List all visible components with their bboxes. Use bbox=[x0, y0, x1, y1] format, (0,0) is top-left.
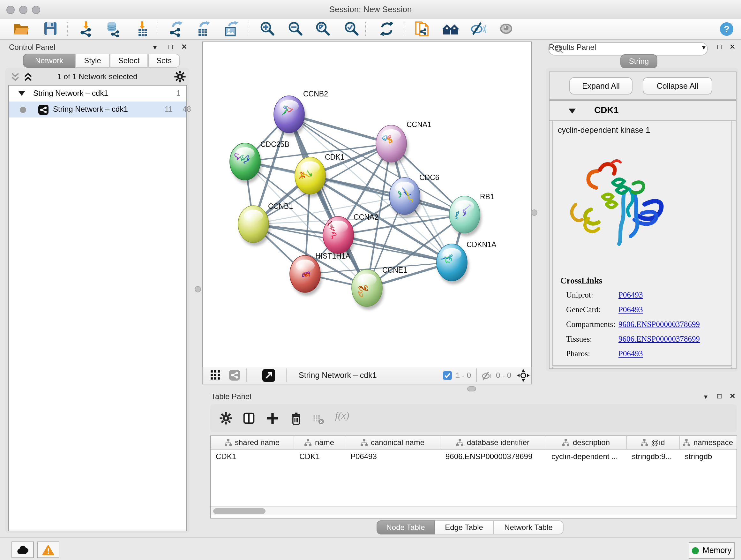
crosslink-label: Pharos: bbox=[566, 349, 590, 359]
edge-CDK1-RB1[interactable] bbox=[310, 176, 465, 214]
network-canvas[interactable]: CCNB2CCNA1CDC25BCDK1CDC6RB1CCNB1CCNA2CDK… bbox=[202, 42, 532, 368]
zoom-selected-button[interactable] bbox=[343, 20, 360, 38]
show-hidden-button[interactable] bbox=[497, 20, 515, 38]
table-cell[interactable]: CDK1 bbox=[299, 452, 343, 461]
crosslink-value-link[interactable]: P06493 bbox=[618, 349, 643, 359]
tab-string-results[interactable]: String bbox=[620, 54, 657, 68]
delete-table-icon bbox=[312, 413, 325, 425]
table-cell[interactable]: stringdb bbox=[685, 452, 735, 461]
delete-column-button[interactable] bbox=[289, 411, 303, 425]
column-header--id[interactable]: @id bbox=[627, 436, 680, 449]
control-panel-float-button[interactable]: □ bbox=[169, 43, 173, 51]
gene-section-header[interactable]: CDK1 bbox=[549, 101, 736, 121]
selected-checkbox[interactable] bbox=[443, 371, 452, 380]
crosslink-value-link[interactable]: P06493 bbox=[618, 305, 643, 315]
warnings-button[interactable] bbox=[37, 542, 59, 558]
open-in-window-button[interactable] bbox=[262, 369, 275, 382]
help-button[interactable]: ? bbox=[718, 20, 735, 38]
node-CCNB2[interactable]: CCNB2 bbox=[274, 90, 328, 136]
new-network-from-selection-button[interactable] bbox=[413, 20, 431, 38]
cloud-status-button[interactable] bbox=[11, 542, 34, 558]
crosslink-value-link[interactable]: 9606.ENSP00000378699 bbox=[618, 334, 700, 344]
control-panel-collapse-button[interactable]: ▾ bbox=[153, 44, 157, 52]
horizontal-splitter-handle[interactable] bbox=[467, 386, 476, 391]
collapse-all-button[interactable]: Collapse All bbox=[643, 77, 712, 95]
memory-button[interactable]: Memory bbox=[689, 542, 735, 559]
export-table-button[interactable] bbox=[194, 20, 212, 38]
column-header-shared-name[interactable]: shared name bbox=[211, 436, 294, 449]
tab-select[interactable]: Select bbox=[110, 54, 148, 68]
node-CCNE1[interactable]: CCNE1 bbox=[352, 266, 407, 310]
string-network-graph[interactable]: CCNB2CCNA1CDC25BCDK1CDC6RB1CCNB1CCNA2CDK… bbox=[203, 42, 531, 367]
tab-style[interactable]: Style bbox=[75, 54, 110, 68]
results-panel-float-button[interactable]: □ bbox=[718, 43, 722, 51]
zoom-out-button[interactable] bbox=[286, 20, 305, 38]
crosslink-row: Tissues:9606.ENSP00000378699 bbox=[553, 333, 731, 348]
tab-sets[interactable]: Sets bbox=[148, 54, 180, 68]
column-header-canonical-name[interactable]: canonical name bbox=[345, 436, 441, 449]
network-row-selected[interactable]: String Network – cdk1 11 48 bbox=[9, 102, 186, 118]
network-label: String Network – cdk1 bbox=[53, 105, 128, 114]
table-hscrollbar[interactable] bbox=[211, 506, 737, 515]
node-RB1[interactable]: RB1 bbox=[449, 192, 494, 236]
table-cell[interactable]: CDK1 bbox=[216, 452, 292, 461]
results-panel-title: Results Panel bbox=[549, 43, 596, 52]
tab-node-table[interactable]: Node Table bbox=[377, 520, 434, 535]
control-panel-close-button[interactable]: ✕ bbox=[181, 43, 187, 51]
save-session-button[interactable] bbox=[42, 20, 59, 38]
import-table-file-button[interactable] bbox=[133, 20, 151, 38]
tab-network-table[interactable]: Network Table bbox=[493, 520, 563, 535]
table-cell[interactable]: stringdb:9... bbox=[632, 452, 677, 461]
column-header-namespace[interactable]: namespace bbox=[680, 436, 737, 449]
table-panel-float-button[interactable]: □ bbox=[718, 392, 722, 400]
column-header-description[interactable]: description bbox=[546, 436, 627, 449]
right-splitter-handle[interactable] bbox=[531, 209, 537, 216]
export-network-button[interactable] bbox=[166, 20, 185, 38]
refresh-view-button[interactable] bbox=[378, 20, 396, 38]
node-CDKN1A[interactable]: CDKN1A bbox=[436, 240, 496, 284]
network-collection-row[interactable]: String Network – cdk1 1 bbox=[9, 85, 186, 102]
tab-network[interactable]: Network bbox=[23, 54, 75, 68]
table-cell[interactable]: cyclin-dependent ... bbox=[551, 452, 624, 461]
hscroll-thumb[interactable] bbox=[213, 508, 266, 514]
crosslink-row: Compartments:9606.ENSP00000378699 bbox=[553, 318, 731, 333]
window-title: Session: New Session bbox=[0, 4, 741, 14]
crosslink-value-link[interactable]: 9606.ENSP00000378699 bbox=[618, 320, 700, 329]
node-CCNB1[interactable]: CCNB1 bbox=[238, 202, 293, 246]
grid-icon bbox=[211, 370, 220, 380]
node-CCNA1[interactable]: CCNA1 bbox=[376, 120, 431, 165]
birdseye-toggle-button[interactable] bbox=[211, 370, 220, 380]
results-panel-collapse-button[interactable]: ▾ bbox=[702, 44, 705, 52]
open-session-button[interactable] bbox=[12, 20, 30, 38]
column-header-database-identifier[interactable]: database identifier bbox=[441, 436, 546, 449]
hide-selected-button[interactable] bbox=[469, 20, 487, 38]
svg-text:?: ? bbox=[724, 23, 729, 34]
first-neighbors-button[interactable] bbox=[442, 20, 460, 38]
crosslink-value-link[interactable]: P06493 bbox=[618, 291, 643, 300]
results-scroll-area[interactable]: CDK1 cyclin-dependent kinase 1 bbox=[549, 100, 737, 369]
create-column-button[interactable] bbox=[266, 411, 280, 425]
table-cell[interactable]: P06493 bbox=[350, 452, 438, 461]
string-view-toggle-button[interactable] bbox=[229, 370, 240, 381]
export-image-button[interactable] bbox=[222, 20, 240, 38]
section-collapse-arrow[interactable] bbox=[569, 108, 576, 114]
import-network-database-button[interactable] bbox=[104, 20, 122, 38]
show-columns-button[interactable] bbox=[242, 411, 256, 425]
zoom-in-button[interactable] bbox=[259, 20, 276, 38]
zoom-fit-button[interactable] bbox=[314, 20, 332, 38]
import-network-file-button[interactable] bbox=[77, 20, 95, 38]
tree-expand-arrow[interactable] bbox=[18, 91, 25, 97]
toolbar-separator bbox=[67, 22, 68, 36]
left-splitter-handle[interactable] bbox=[195, 286, 201, 293]
table-panel-collapse-button[interactable]: ▾ bbox=[704, 393, 708, 401]
results-panel-close-button[interactable]: ✕ bbox=[730, 43, 735, 51]
table-cell[interactable]: 9606.ENSP00000378699 bbox=[446, 452, 544, 461]
tab-edge-table[interactable]: Edge Table bbox=[434, 520, 493, 535]
table-options-button[interactable] bbox=[219, 411, 233, 425]
fit-network-button[interactable] bbox=[516, 368, 530, 382]
column-header-name[interactable]: name bbox=[294, 436, 345, 449]
expand-all-button[interactable]: Expand All bbox=[569, 77, 632, 95]
table-panel-close-button[interactable]: ✕ bbox=[730, 392, 735, 400]
network-tree: String Network – cdk1 1 String Network –… bbox=[8, 85, 187, 531]
network-options-button[interactable] bbox=[174, 70, 186, 83]
